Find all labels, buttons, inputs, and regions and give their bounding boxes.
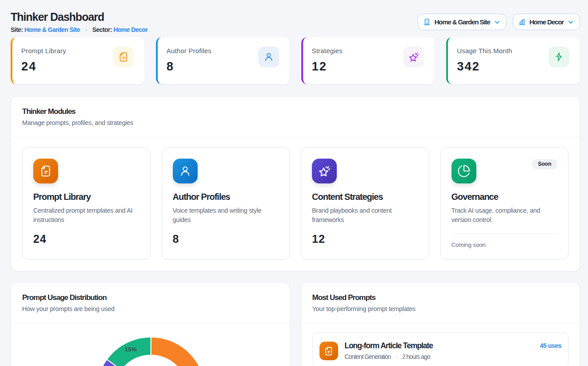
svg-text:15%: 15% bbox=[125, 346, 136, 353]
